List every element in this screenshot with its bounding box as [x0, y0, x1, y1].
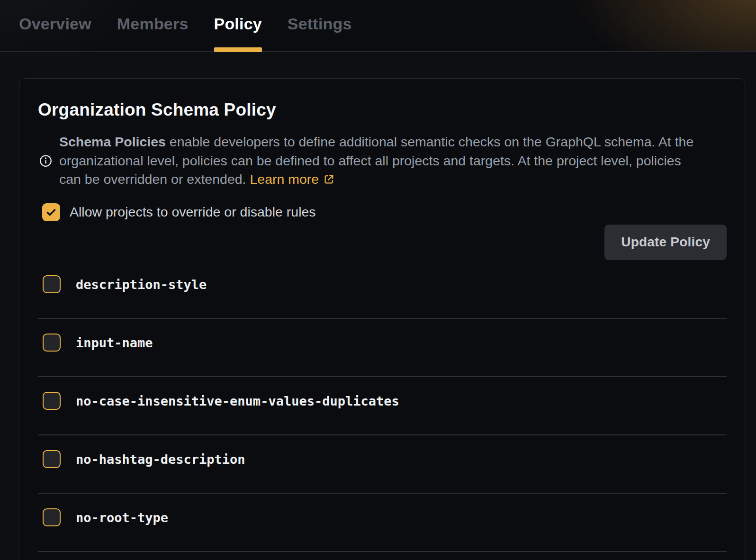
schema-policy-card: Organization Schema Policy Schema Polici…: [19, 78, 745, 560]
policy-description-row: Schema Policies enable developers to def…: [39, 133, 727, 189]
rule-row-input-name: input-name: [38, 319, 727, 377]
policy-description: Schema Policies enable developers to def…: [59, 133, 693, 189]
button-row: Update Policy: [38, 225, 727, 260]
description-line-3: can be overridden or extended. Learn mor…: [59, 170, 693, 189]
description-line-1: Schema Policies enable developers to def…: [59, 133, 693, 152]
rule-checkbox[interactable]: [43, 450, 61, 468]
rule-row-no-hashtag-description: no-hashtag-description: [38, 435, 727, 494]
rule-name: no-root-type: [76, 510, 168, 525]
rule-checkbox[interactable]: [43, 334, 61, 352]
rule-checkbox[interactable]: [43, 275, 61, 293]
update-policy-button[interactable]: Update Policy: [604, 225, 727, 260]
tab-members[interactable]: Members: [117, 0, 189, 52]
allow-override-checkbox[interactable]: [42, 203, 60, 221]
rule-checkbox[interactable]: [43, 508, 61, 526]
rule-row-no-root-type: no-root-type: [38, 494, 727, 552]
tab-settings[interactable]: Settings: [288, 0, 352, 52]
allow-override-row: Allow projects to override or disable ru…: [42, 203, 727, 221]
tab-policy[interactable]: Policy: [214, 0, 262, 52]
org-tabs: Overview Members Policy Settings: [19, 0, 756, 52]
tab-overview[interactable]: Overview: [19, 0, 91, 52]
page-title: Organization Schema Policy: [38, 100, 727, 120]
rule-row-description-style: description-style: [38, 261, 727, 319]
allow-override-label: Allow projects to override or disable ru…: [70, 204, 316, 220]
tab-policy-label: Policy: [214, 15, 262, 33]
learn-more-link[interactable]: Learn more: [250, 172, 335, 187]
rule-row-no-case-insensitive-enum-values-duplicates: no-case-insensitive-enum-values-duplicat…: [38, 377, 727, 435]
external-link-icon: [323, 173, 335, 185]
description-line-2: organizational level, policies can be de…: [59, 152, 693, 171]
rules-list: description-style input-name no-case-ins…: [38, 261, 727, 552]
tab-settings-label: Settings: [288, 15, 352, 33]
checkmark-icon: [45, 206, 57, 218]
active-tab-underline: [214, 47, 262, 52]
rule-checkbox[interactable]: [43, 392, 61, 410]
rule-name: no-case-insensitive-enum-values-duplicat…: [76, 394, 399, 408]
rule-name: input-name: [76, 335, 153, 350]
tab-overview-label: Overview: [19, 15, 91, 33]
policy-page: Organization Schema Policy Schema Polici…: [0, 78, 756, 560]
info-icon: [39, 154, 52, 167]
org-tab-bar: Overview Members Policy Settings: [0, 0, 756, 52]
rule-name: description-style: [76, 277, 207, 292]
rule-name: no-hashtag-description: [76, 452, 245, 467]
tab-members-label: Members: [117, 15, 189, 33]
